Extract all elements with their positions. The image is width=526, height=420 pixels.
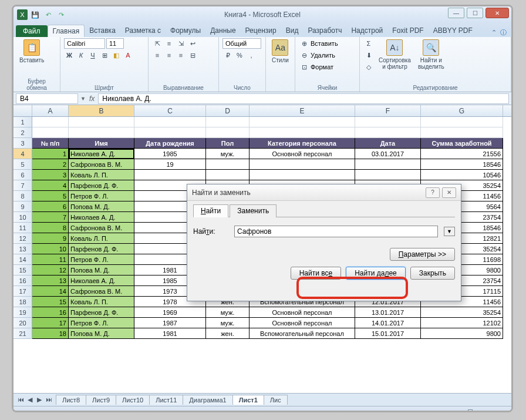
italic-button[interactable]: К bbox=[76, 50, 86, 61]
select-all-corner[interactable] bbox=[14, 105, 32, 116]
zoom-in-icon[interactable]: + bbox=[503, 409, 507, 411]
data-cell[interactable]: 12 bbox=[32, 265, 69, 275]
data-cell[interactable]: Попова М. Д. bbox=[69, 328, 134, 339]
data-cell[interactable]: 14.01.2017 bbox=[355, 318, 421, 328]
ribbon-tab-8[interactable]: Надстрой bbox=[346, 25, 387, 37]
data-cell[interactable] bbox=[206, 127, 249, 138]
data-cell[interactable] bbox=[249, 117, 355, 127]
data-cell[interactable]: 15 bbox=[32, 297, 69, 307]
styles-button[interactable]: Aa Стили bbox=[269, 38, 291, 65]
data-cell[interactable]: Петров Ф. Л. bbox=[69, 254, 134, 265]
percent-button[interactable]: % bbox=[234, 50, 245, 61]
fx-icon[interactable]: fx bbox=[89, 95, 95, 103]
data-cell[interactable]: муж. bbox=[206, 318, 249, 328]
data-cell[interactable]: 1981 bbox=[134, 328, 206, 339]
row-header[interactable]: 3 bbox=[14, 138, 32, 149]
data-cell[interactable]: 12102 bbox=[421, 318, 503, 328]
data-cell[interactable]: Петров Ф. Л. bbox=[69, 191, 134, 201]
merge-button[interactable]: ⊟ bbox=[187, 50, 198, 61]
header-cell[interactable]: Сумма заработной bbox=[421, 138, 503, 149]
dialog-close-footer-button[interactable]: Закрыть bbox=[410, 267, 455, 280]
data-cell[interactable]: 15.01.2017 bbox=[355, 328, 421, 339]
data-cell[interactable]: 1 bbox=[32, 149, 69, 159]
data-cell[interactable]: Сафронова В. М. bbox=[69, 223, 134, 233]
data-cell[interactable] bbox=[355, 170, 421, 180]
dialog-help-button[interactable]: ? bbox=[426, 187, 440, 198]
column-header-G[interactable]: G bbox=[421, 105, 503, 116]
data-cell[interactable]: Сафронова В. М. bbox=[69, 159, 134, 170]
formula-input[interactable]: Николаев А. Д. bbox=[98, 93, 509, 104]
ribbon-tab-1[interactable]: Вставка bbox=[85, 25, 120, 37]
format-cells-button[interactable]: ⊡ bbox=[299, 62, 309, 72]
data-cell[interactable]: Николаев А. Д. bbox=[69, 275, 134, 286]
data-cell[interactable]: 4 bbox=[32, 180, 69, 191]
data-cell[interactable]: 18 bbox=[32, 328, 69, 339]
data-cell[interactable]: 03.01.2017 bbox=[355, 149, 421, 159]
data-cell[interactable]: 1987 bbox=[134, 318, 206, 328]
sheet-tab[interactable]: Лис bbox=[264, 395, 288, 405]
data-cell[interactable]: 13 bbox=[32, 275, 69, 286]
minimize-button[interactable]: — bbox=[448, 8, 464, 18]
align-top-button[interactable]: ⇱ bbox=[152, 38, 163, 49]
row-header[interactable]: 7 bbox=[14, 180, 32, 191]
zoom-out-icon[interactable]: − bbox=[431, 409, 434, 411]
align-middle-button[interactable]: ≡ bbox=[164, 38, 174, 49]
font-color-button[interactable]: A bbox=[123, 50, 133, 61]
delete-cells-button[interactable]: ⊖ bbox=[299, 50, 309, 61]
data-cell[interactable]: 21556 bbox=[421, 149, 503, 159]
data-cell[interactable] bbox=[206, 117, 249, 127]
row-header[interactable]: 11 bbox=[14, 223, 32, 233]
header-cell[interactable]: Дата bbox=[355, 138, 421, 149]
data-cell[interactable]: 17 bbox=[32, 318, 69, 328]
data-cell[interactable] bbox=[249, 159, 355, 170]
header-cell[interactable]: Пол bbox=[206, 138, 249, 149]
find-dropdown-icon[interactable]: ▼ bbox=[444, 227, 455, 236]
column-header-B[interactable]: B bbox=[69, 105, 134, 116]
row-header[interactable]: 14 bbox=[14, 254, 32, 265]
row-header[interactable]: 16 bbox=[14, 275, 32, 286]
column-header-E[interactable]: E bbox=[249, 105, 355, 116]
data-cell[interactable] bbox=[134, 127, 206, 138]
column-header-A[interactable]: A bbox=[32, 105, 69, 116]
zoom-level[interactable]: 100% bbox=[410, 409, 426, 411]
data-cell[interactable] bbox=[69, 117, 134, 127]
data-cell[interactable]: 16 bbox=[32, 307, 69, 318]
view-normal-icon[interactable]: ⊞ bbox=[379, 409, 384, 411]
redo-icon[interactable]: ↷ bbox=[56, 9, 66, 20]
find-next-button[interactable]: Найти далее bbox=[346, 267, 406, 280]
sheet-tab[interactable]: Лист10 bbox=[116, 395, 150, 405]
data-cell[interactable]: Вспомогательный персонал bbox=[249, 328, 355, 339]
ribbon-tab-2[interactable]: Разметка с bbox=[120, 25, 166, 37]
clear-button[interactable]: ◇ bbox=[363, 62, 374, 72]
data-cell[interactable]: 9 bbox=[32, 233, 69, 244]
row-header[interactable]: 21 bbox=[14, 328, 32, 339]
header-cell[interactable]: Имя bbox=[69, 138, 134, 149]
data-cell[interactable] bbox=[249, 170, 355, 180]
column-header-C[interactable]: C bbox=[134, 105, 206, 116]
row-header[interactable]: 20 bbox=[14, 318, 32, 328]
header-cell[interactable]: № п/п bbox=[32, 138, 69, 149]
view-pagebreak-icon[interactable]: ▦ bbox=[399, 409, 405, 411]
ribbon-tab-10[interactable]: ABBYY PDF bbox=[429, 25, 477, 37]
data-cell[interactable]: Николаев А. Д. bbox=[69, 212, 134, 223]
data-cell[interactable]: 9800 bbox=[421, 328, 503, 339]
row-header[interactable]: 12 bbox=[14, 233, 32, 244]
data-cell[interactable] bbox=[32, 127, 69, 138]
ribbon-tab-3[interactable]: Формулы bbox=[166, 25, 205, 37]
maximize-button[interactable]: ☐ bbox=[467, 8, 483, 18]
dialog-tab-find[interactable]: Найти bbox=[193, 204, 228, 217]
data-cell[interactable] bbox=[421, 127, 503, 138]
currency-button[interactable]: ₽ bbox=[222, 50, 233, 61]
ribbon-tab-7[interactable]: Разработч bbox=[303, 25, 346, 37]
align-bottom-button[interactable]: ⇲ bbox=[176, 38, 186, 49]
row-header[interactable]: 1 bbox=[14, 117, 32, 127]
underline-button[interactable]: Ч bbox=[87, 50, 98, 61]
dialog-tab-replace[interactable]: Заменить bbox=[230, 204, 277, 217]
data-cell[interactable] bbox=[421, 117, 503, 127]
row-header[interactable]: 8 bbox=[14, 191, 32, 201]
undo-icon[interactable]: ↶ bbox=[43, 9, 53, 20]
data-cell[interactable]: 5 bbox=[32, 191, 69, 201]
data-cell[interactable]: Коваль Л. П. bbox=[69, 170, 134, 180]
data-cell[interactable] bbox=[32, 117, 69, 127]
data-cell[interactable] bbox=[206, 170, 249, 180]
